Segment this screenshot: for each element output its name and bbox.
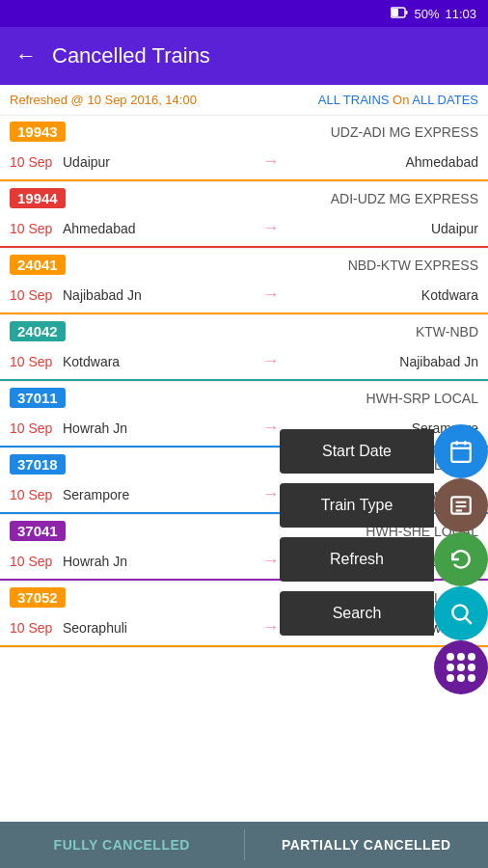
menu-item-refresh[interactable]: Refresh xyxy=(280,532,488,586)
route-from: Serampore xyxy=(63,487,255,502)
train-block: 19944 ADI-UDZ MG EXPRESS 10 Sep Ahmedaba… xyxy=(0,182,488,249)
arrow-icon: → xyxy=(262,218,280,238)
route-date: 10 Sep xyxy=(10,620,63,636)
train-name: KTW-NBD xyxy=(73,324,478,339)
arrow-icon: → xyxy=(262,617,280,637)
route-to: Najibabad Jn xyxy=(287,354,479,369)
train-number-badge: 24041 xyxy=(10,255,66,275)
page-title: Cancelled Trains xyxy=(52,43,210,68)
route-to: Udaipur xyxy=(287,221,479,236)
menu-label: Refresh xyxy=(280,537,434,582)
svg-rect-2 xyxy=(392,9,398,16)
train-number-badge: 37052 xyxy=(10,587,66,608)
arrow-icon: → xyxy=(262,418,280,438)
route-from: Howrah Jn xyxy=(63,420,255,436)
train-header-row: 24041 NBD-KTW EXPRESS xyxy=(0,249,488,281)
all-trains-label: ALL TRAINS xyxy=(318,93,390,107)
svg-rect-3 xyxy=(451,443,471,462)
battery-text: 50% xyxy=(414,7,439,21)
route-from: Udaipur xyxy=(63,154,255,170)
route-from: Seoraphuli xyxy=(63,620,255,636)
route-date: 10 Sep xyxy=(10,354,63,369)
list-icon[interactable] xyxy=(434,478,488,532)
route-date: 10 Sep xyxy=(10,154,63,170)
train-header-row: 24042 KTW-NBD xyxy=(0,315,488,347)
menu-label: Start Date xyxy=(280,429,434,474)
train-header-row: 19944 ADI-UDZ MG EXPRESS xyxy=(0,182,488,214)
partially-cancelled-button[interactable]: PARTIALLY CANCELLED xyxy=(245,822,489,868)
status-bar: 50% 11:03 xyxy=(0,0,488,27)
train-block: 24041 NBD-KTW EXPRESS 10 Sep Najibabad J… xyxy=(0,249,488,315)
route-date: 10 Sep xyxy=(10,221,63,236)
menu-label: Search xyxy=(280,591,434,636)
refresh-icon[interactable] xyxy=(434,532,488,586)
header: ← Cancelled Trains xyxy=(0,27,488,85)
search-icon[interactable] xyxy=(434,586,488,640)
calendar-icon[interactable] xyxy=(434,424,488,478)
dots-icon[interactable] xyxy=(434,640,488,694)
filter-link[interactable]: ALL TRAINS On ALL DATES xyxy=(318,93,478,107)
route-from: Najibabad Jn xyxy=(63,287,255,303)
route-date: 10 Sep xyxy=(10,487,63,502)
train-route-row: 10 Sep Udaipur → Ahmedabad xyxy=(0,148,488,181)
filter-row: Refreshed @ 10 Sep 2016, 14:00 ALL TRAIN… xyxy=(0,85,488,116)
train-number-badge: 19944 xyxy=(10,188,66,208)
arrow-icon: → xyxy=(262,484,280,504)
train-header-row: 37011 HWH-SRP LOCAL xyxy=(0,382,488,414)
train-route-row: 10 Sep Ahmedabad → Udaipur xyxy=(0,214,488,248)
back-button[interactable]: ← xyxy=(15,43,37,68)
route-to: Kotdwara xyxy=(287,287,479,303)
route-date: 10 Sep xyxy=(10,554,63,569)
train-block: 24042 KTW-NBD 10 Sep Kotdwara → Najibaba… xyxy=(0,315,488,382)
route-from: Howrah Jn xyxy=(63,554,255,569)
arrow-icon: → xyxy=(262,551,280,571)
train-route-row: 10 Sep Kotdwara → Najibabad Jn xyxy=(0,347,488,381)
svg-rect-1 xyxy=(406,11,408,14)
train-name: UDZ-ADI MG EXPRESS xyxy=(73,124,478,140)
bottom-bar: FULLY CANCELLED PARTIALLY CANCELLED xyxy=(0,822,488,868)
menu-item-start-date[interactable]: Start Date xyxy=(280,424,488,478)
train-header-row: 19943 UDZ-ADI MG EXPRESS xyxy=(0,116,488,148)
train-name: ADI-UDZ MG EXPRESS xyxy=(73,191,478,206)
route-from: Ahmedabad xyxy=(63,221,255,236)
menu-item-train-type[interactable]: Train Type xyxy=(280,478,488,532)
route-to: Ahmedabad xyxy=(287,154,479,170)
train-route-row: 10 Sep Najibabad Jn → Kotdwara xyxy=(0,281,488,314)
train-name: NBD-KTW EXPRESS xyxy=(73,258,478,273)
route-date: 10 Sep xyxy=(10,420,63,436)
menu-label: Train Type xyxy=(280,483,434,528)
overlay-menu: Start Date Train Type Refresh Search xyxy=(280,424,488,694)
menu-item-search[interactable]: Search xyxy=(280,586,488,640)
route-from: Kotdwara xyxy=(63,354,255,369)
route-date: 10 Sep xyxy=(10,287,63,303)
train-number-badge: 19943 xyxy=(10,122,66,142)
svg-line-12 xyxy=(466,618,472,624)
all-dates-label: ALL DATES xyxy=(412,93,478,107)
fully-cancelled-button[interactable]: FULLY CANCELLED xyxy=(0,822,244,868)
time-text: 11:03 xyxy=(445,7,476,21)
arrow-icon: → xyxy=(262,151,280,172)
arrow-icon: → xyxy=(262,285,280,305)
train-name: HWH-SRP LOCAL xyxy=(73,391,478,406)
arrow-icon: → xyxy=(262,351,280,371)
train-number-badge: 37018 xyxy=(10,454,66,475)
train-number-badge: 24042 xyxy=(10,321,66,341)
svg-point-11 xyxy=(452,605,467,619)
train-number-badge: 37041 xyxy=(10,521,66,541)
menu-item-dots[interactable] xyxy=(280,640,488,694)
battery-icon xyxy=(391,7,408,21)
train-block: 19943 UDZ-ADI MG EXPRESS 10 Sep Udaipur … xyxy=(0,116,488,182)
train-number-badge: 37011 xyxy=(10,388,66,408)
refreshed-text: Refreshed @ 10 Sep 2016, 14:00 xyxy=(10,93,197,107)
on-label: On xyxy=(393,93,409,107)
